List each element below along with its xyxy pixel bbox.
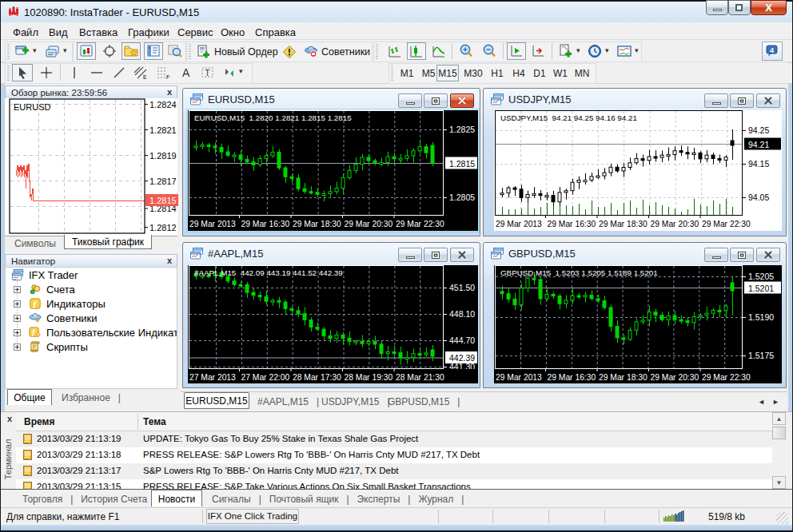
svg-text:1.2812: 1.2812 — [149, 223, 177, 232]
svg-text:1.2819: 1.2819 — [149, 151, 177, 161]
svg-text:29 Mar 2013: 29 Mar 2013 — [496, 220, 542, 228]
svg-text:1.5190: 1.5190 — [748, 312, 774, 322]
svg-text:F: F — [166, 74, 169, 80]
svg-text:28 Mar 17:30: 28 Mar 17:30 — [293, 373, 341, 382]
svg-text:27 Mar 2013: 27 Mar 2013 — [189, 373, 236, 382]
svg-text:29 Mar 22:30: 29 Mar 22:30 — [702, 373, 751, 382]
svg-text:1.2825: 1.2825 — [449, 125, 475, 134]
svg-text:94.05: 94.05 — [748, 193, 769, 202]
svg-text:#AAPL,M15 442.09 443.19 441.5: #AAPL,M15 442.09 443.19 441.52 442.39 — [194, 268, 343, 277]
svg-text:A: A — [182, 66, 190, 79]
svg-text:29 Mar 18:30: 29 Mar 18:30 — [599, 373, 648, 382]
svg-text:94.21: 94.21 — [748, 140, 769, 149]
svg-text:1.5201: 1.5201 — [748, 284, 774, 293]
svg-text:29 Mar 22:30: 29 Mar 22:30 — [396, 220, 444, 228]
svg-text:1.2817: 1.2817 — [149, 177, 177, 186]
svg-text:29 Mar 20:30: 29 Mar 20:30 — [651, 220, 699, 228]
svg-text:29 Mar 16:30: 29 Mar 16:30 — [241, 220, 290, 228]
svg-text:94.15: 94.15 — [748, 159, 769, 169]
svg-text:EURUSD,M15 1.2820 1.2821 1.28: EURUSD,M15 1.2820 1.2821 1.2815 1.2815 — [194, 113, 352, 122]
svg-text:444.70: 444.70 — [449, 335, 475, 345]
svg-text:29 Mar 20:30: 29 Mar 20:30 — [651, 373, 699, 382]
svg-text:1.5205: 1.5205 — [748, 272, 774, 281]
svg-text:1.2805: 1.2805 — [449, 193, 475, 202]
svg-text:EURUSD: EURUSD — [14, 102, 51, 112]
svg-text:29 Mar 18:30: 29 Mar 18:30 — [599, 220, 648, 228]
svg-text:1.2815: 1.2815 — [449, 159, 475, 169]
svg-text:451.50: 451.50 — [449, 283, 475, 292]
svg-text:28 Mar 19:30: 28 Mar 19:30 — [345, 373, 393, 382]
svg-text:27 Mar 22:00: 27 Mar 22:00 — [241, 373, 290, 382]
svg-text:29 Mar 2013: 29 Mar 2013 — [189, 220, 236, 228]
svg-text:29 Mar 16:30: 29 Mar 16:30 — [548, 220, 596, 228]
svg-text:94.25: 94.25 — [748, 125, 769, 135]
svg-text:USDJPY,M15 94.21 94.25 94.16: USDJPY,M15 94.21 94.25 94.16 94.21 — [500, 113, 637, 122]
svg-text:1.5175: 1.5175 — [748, 351, 774, 360]
svg-text:29 Mar 22:30: 29 Mar 22:30 — [702, 220, 751, 228]
svg-text:GBPUSD,M15 1.5203 1.5205 1.51: GBPUSD,M15 1.5203 1.5205 1.5189 1.5201 — [500, 268, 658, 277]
svg-text:T: T — [205, 69, 210, 77]
svg-text:1.2815: 1.2815 — [149, 196, 177, 205]
svg-text:1.2824: 1.2824 — [149, 100, 177, 109]
svg-text:1.2821: 1.2821 — [149, 125, 177, 135]
svg-text:29 Mar 2013: 29 Mar 2013 — [496, 373, 542, 382]
svg-text:29 Mar 16:30: 29 Mar 16:30 — [548, 373, 596, 382]
svg-text:28 Mar 21:30: 28 Mar 21:30 — [396, 373, 444, 382]
svg-text:29 Mar 20:30: 29 Mar 20:30 — [345, 220, 393, 228]
svg-text:4: 4 — [770, 46, 774, 54]
svg-text:E: E — [143, 74, 147, 80]
svg-text:29 Mar 18:30: 29 Mar 18:30 — [293, 220, 341, 228]
svg-text:442.39: 442.39 — [449, 353, 475, 363]
svg-text:448.10: 448.10 — [449, 309, 475, 319]
